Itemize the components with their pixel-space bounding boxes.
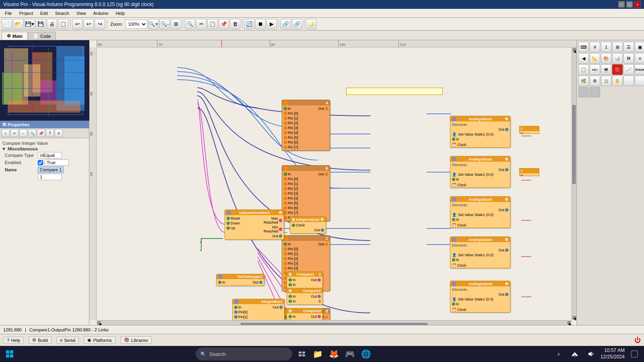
palette-btn-palette[interactable]: 🎨 (601, 53, 611, 64)
close-button[interactable]: × (634, 1, 641, 8)
integervalue2-clock-pin[interactable]: Clock (291, 223, 325, 228)
undo-button[interactable]: ↩ (72, 19, 83, 29)
node-a-pin0[interactable]: Pin [0] (283, 111, 329, 116)
redo-button[interactable]: ↪ (95, 19, 105, 29)
analogvalue5-out-pin[interactable]: Out (497, 292, 509, 297)
palette-btn-gear[interactable]: ⚙ (590, 76, 600, 86)
props-expand-btn[interactable]: + (10, 129, 19, 137)
compare3-in1-pin[interactable]: In Out (288, 314, 322, 319)
bottombar-platforms-btn[interactable]: ◉ Platforms (84, 336, 115, 344)
palette-btn-lines[interactable]: ≡ (635, 53, 644, 64)
menu-file[interactable]: File (2, 10, 15, 16)
node-b-pin5[interactable]: Pin [5] (283, 201, 329, 206)
horizontal-scrollbar[interactable]: ◄ ► (97, 320, 572, 325)
node-compare2[interactable]: ⊞ Compare2 In Out In 5 (287, 288, 323, 305)
palette-btn-H[interactable]: H (623, 53, 634, 64)
node-analogvalue1-settings[interactable]: ⚙ (505, 117, 508, 121)
updowncounter1-out-pin[interactable]: Out (254, 234, 283, 239)
node-a-pin4[interactable]: Pin [4] (283, 130, 329, 135)
analogvalue5-setval-pin[interactable]: 👤Set Value State1 (0.5) (451, 297, 509, 302)
props-value-type[interactable]: ctEqual (38, 152, 62, 158)
copy-button[interactable]: 📋 (207, 19, 218, 29)
palette-btn-one[interactable]: 1 (601, 42, 611, 52)
bottombar-help-btn[interactable]: ? Help (3, 337, 24, 344)
volume-icon[interactable] (584, 348, 597, 360)
integermux1-in-pin[interactable]: In Out (233, 305, 283, 310)
node-analogvalue5-settings[interactable]: ⚙ (505, 282, 508, 286)
visuino-app-button[interactable]: 🌐 (360, 348, 373, 360)
palette-btn-leaf[interactable]: 🌿 (578, 76, 589, 86)
node-analogvalue3[interactable]: AnalogValue3 ⚙ Elements Out 👤Set Value S… (450, 196, 510, 228)
palette-btn-clipboard[interactable]: 📋 (578, 64, 589, 75)
node-analogvalue2-settings[interactable]: ⚙ (505, 157, 508, 161)
compare2-in2-pin[interactable]: In 5 (288, 299, 322, 304)
node-a-pin6[interactable]: Pin [6] (283, 140, 329, 145)
updowncounter1-down-pin[interactable]: Down (226, 221, 254, 226)
delete-button[interactable]: 🗑 (230, 19, 240, 29)
maximize-button[interactable]: □ (626, 1, 633, 8)
props-filter-btn[interactable]: 🔍 (28, 129, 36, 137)
node-a-pin7[interactable]: Pin [7] (283, 145, 329, 150)
save-dropdown[interactable]: 💾▾ (24, 19, 35, 29)
props-pin-btn[interactable]: 📌 (37, 129, 45, 137)
props-value-value[interactable]: 1 (38, 174, 62, 180)
menu-arduino[interactable]: Arduino (90, 10, 111, 16)
node-a-pin5[interactable]: Pin [5] (283, 135, 329, 140)
connect2-button[interactable]: 🔗 (292, 19, 302, 29)
palette-btn-back[interactable]: ◀ (578, 53, 589, 64)
system-tray-up[interactable]: ∧ (552, 348, 565, 360)
bottombar-libraries-btn[interactable]: 📚 Libraries (120, 336, 152, 344)
menu-search[interactable]: Search (52, 10, 72, 16)
analogvalue1-in-pin[interactable]: In (451, 137, 509, 142)
props-sort-btn[interactable]: ↕ (2, 129, 10, 137)
node-c-pin1[interactable]: Pin [1] (283, 251, 329, 256)
node-analogvalue5[interactable]: AnalogValue5 ⚙ Elements Out 👤Set Value S… (450, 281, 510, 313)
palette-btn-ruler[interactable]: 📐 (590, 53, 600, 64)
analogvalue4-out-pin[interactable]: Out (497, 248, 509, 253)
node-b-pin2[interactable]: Pin [2] (283, 186, 329, 191)
analogvalue5-in-pin[interactable]: In (451, 302, 509, 306)
zoom-in-button[interactable]: 🔍+ (148, 19, 159, 29)
node-texttointeger1[interactable]: TextToInteger1 In Out (216, 274, 264, 286)
props-enabled-checkbox[interactable] (38, 160, 43, 165)
analogvalue3-out-pin[interactable]: Out (497, 208, 509, 212)
node-integervalue2-settings[interactable]: ⚙ (320, 217, 324, 222)
node-b-pin6[interactable]: Pin [6] (283, 206, 329, 210)
partial-node-sr2[interactable]: S In (519, 168, 539, 176)
integermux1-p0-pin[interactable]: Pin[0] (233, 310, 283, 315)
cut-button[interactable]: ✂ (196, 19, 206, 29)
menu-view[interactable]: View (73, 10, 89, 16)
tab-code[interactable]: 📄 Code (28, 32, 56, 40)
zoom-out-button[interactable]: 🔍- (159, 19, 170, 29)
props-value-enabled[interactable]: True (45, 159, 69, 166)
node-a-pin1[interactable]: Pin [1] (283, 116, 329, 121)
node-integervalue2[interactable]: ⊞ IntegerValue2 ⚙ Clock Out (290, 216, 326, 234)
palette-btn-grid[interactable]: ⊞ (612, 42, 623, 52)
canvas-area[interactable]: 80 70 90 100 110 30 40 50 60 (89, 40, 576, 325)
palette-btn-red[interactable]: 🔴 (612, 64, 623, 75)
analogvalue4-setval-pin[interactable]: 👤Set Value State1 (0.5) (451, 253, 509, 257)
node-analogvalue3-settings[interactable]: ⚙ (505, 197, 508, 202)
scroll-v-thumb[interactable] (572, 105, 576, 184)
start-button[interactable] (3, 348, 16, 360)
save-button[interactable]: 💾 (35, 19, 46, 29)
props-close-btn[interactable]: × (55, 129, 63, 137)
node-c-pin4[interactable]: Pin [4] (283, 266, 329, 271)
palette-btn-graph[interactable]: 📈 (623, 64, 634, 75)
node-b-pin0[interactable]: Pin [0] (283, 177, 329, 181)
node-analogvalue4-settings[interactable]: ⚙ (505, 237, 508, 242)
props-help-btn[interactable]: ? (46, 129, 54, 137)
updowncounter1-up-pin[interactable]: Up (226, 226, 254, 230)
node-analogvalue2[interactable]: AnalogValue2 ⚙ Elements Out 👤Set Value S… (450, 156, 510, 188)
partial-node-sr1[interactable]: S In (519, 126, 539, 134)
scroll-h-thumb[interactable] (241, 323, 427, 325)
node-a-pin3[interactable]: Pin [3] (283, 125, 329, 130)
tab-main[interactable]: ⚙ Main (2, 32, 28, 40)
bottombar-serial-btn[interactable]: ≡ Serial (56, 337, 79, 344)
vertical-scrollbar[interactable]: ▲ ▼ (572, 47, 576, 320)
power-button[interactable]: ⏻ (634, 337, 641, 344)
menu-project[interactable]: Project (16, 10, 36, 16)
search-bar[interactable]: 🔍 Search (196, 348, 292, 360)
node-b-pin7[interactable]: Pin [7] (283, 210, 329, 215)
compare2-in1-pin[interactable]: In Out (288, 294, 322, 299)
